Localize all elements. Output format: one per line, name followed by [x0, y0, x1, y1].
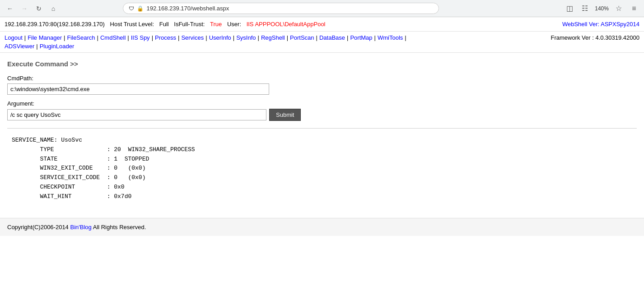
- nav-file-manager[interactable]: File Manager: [28, 34, 62, 41]
- main-content: Execute Command >> CmdPath: Argument: Su…: [0, 53, 644, 209]
- extensions-icon[interactable]: ◫: [564, 3, 575, 14]
- nav-portmap[interactable]: PortMap: [350, 34, 372, 41]
- nav-regshell[interactable]: RegShell: [261, 34, 285, 41]
- nav-filesearch[interactable]: FileSearch: [67, 34, 95, 41]
- webshell-version-link[interactable]: WebShell Ver: ASPXSpy2014: [562, 21, 639, 28]
- info-bar-left: 192.168.239.170:80(192.168.239.170) Host…: [5, 21, 326, 28]
- url-input[interactable]: [146, 5, 433, 12]
- user-label: User:: [227, 21, 241, 28]
- forward-button[interactable]: →: [19, 3, 30, 14]
- info-bar: 192.168.239.170:80(192.168.239.170) Host…: [0, 17, 644, 32]
- nav-userinfo[interactable]: UserInfo: [209, 34, 231, 41]
- profile-icon[interactable]: ☷: [579, 3, 590, 14]
- address-bar: 🛡 🔒: [123, 3, 439, 14]
- cmdpath-input[interactable]: [7, 83, 269, 95]
- page-content: 192.168.239.170:80(192.168.239.170) Host…: [0, 17, 644, 209]
- framework-version: Framework Ver : 4.0.30319.42000: [551, 34, 639, 41]
- nav-database[interactable]: DataBase: [319, 34, 345, 41]
- nav-services[interactable]: Services: [181, 34, 204, 41]
- footer-text-before: Copyright(C)2006-2014: [7, 224, 70, 231]
- info-bar-right: WebShell Ver: ASPXSpy2014: [562, 21, 639, 28]
- lock-icon: 🔒: [137, 5, 144, 12]
- cmdpath-label: CmdPath:: [7, 75, 637, 82]
- bookmark-icon[interactable]: ☆: [613, 3, 624, 14]
- nav-second-line: ADSViewer | PluginLoader: [5, 43, 639, 50]
- nav-adsviewer[interactable]: ADSViewer: [5, 43, 34, 50]
- nav-wmitools[interactable]: WmiTools: [378, 34, 403, 41]
- nav-cmdshell[interactable]: CmdShell: [100, 34, 126, 41]
- argument-row: Submit: [7, 109, 637, 121]
- browser-toolbar: ← → ↻ ⌂ 🛡 🔒 ◫ ☷ 140% ☆ ≡: [0, 0, 644, 17]
- argument-input[interactable]: [7, 109, 266, 120]
- nav-iis-spy[interactable]: IIS Spy: [131, 34, 150, 41]
- reload-button[interactable]: ↻: [33, 3, 44, 14]
- home-button[interactable]: ⌂: [48, 3, 59, 14]
- zoom-level: 140%: [595, 5, 609, 12]
- footer-text-after: All Rights Reserved.: [92, 224, 146, 231]
- security-icon: 🛡: [129, 5, 134, 12]
- footer-blog-link[interactable]: Bin'Blog: [70, 224, 91, 231]
- execute-heading: Execute Command >>: [7, 60, 637, 68]
- nav-process[interactable]: Process: [155, 34, 176, 41]
- divider: [7, 128, 637, 129]
- nav-pluginloader[interactable]: PluginLoader: [40, 43, 75, 50]
- isfull-value: True: [210, 21, 222, 28]
- footer: Copyright(C)2006-2014 Bin'Blog All Right…: [0, 218, 644, 236]
- browser-chrome: ← → ↻ ⌂ 🛡 🔒 ◫ ☷ 140% ☆ ≡: [0, 0, 644, 17]
- menu-icon[interactable]: ≡: [629, 3, 639, 14]
- user-value: IIS APPPOOL\DefaultAppPool: [247, 21, 326, 28]
- nav-sysinfo[interactable]: SysInfo: [236, 34, 256, 41]
- command-output: SERVICE_NAME: UsoSvc TYPE : 20 WIN32_SHA…: [7, 136, 637, 202]
- submit-button[interactable]: Submit: [269, 109, 301, 121]
- nav-bar: Logout | File Manager | FileSearch | Cmd…: [0, 32, 644, 53]
- trust-label: Host Trust Level:: [110, 21, 154, 28]
- isfull-label: IsFull-Trust:: [174, 21, 205, 28]
- host-info: 192.168.239.170:80(192.168.239.170): [5, 21, 105, 28]
- nav-portscan[interactable]: PortScan: [290, 34, 314, 41]
- back-button[interactable]: ←: [5, 3, 15, 14]
- trust-value: Full: [159, 21, 169, 28]
- nav-logout[interactable]: Logout: [5, 34, 23, 41]
- argument-label: Argument:: [7, 100, 637, 107]
- browser-right-icons: ◫ ☷ 140% ☆ ≡: [564, 3, 639, 14]
